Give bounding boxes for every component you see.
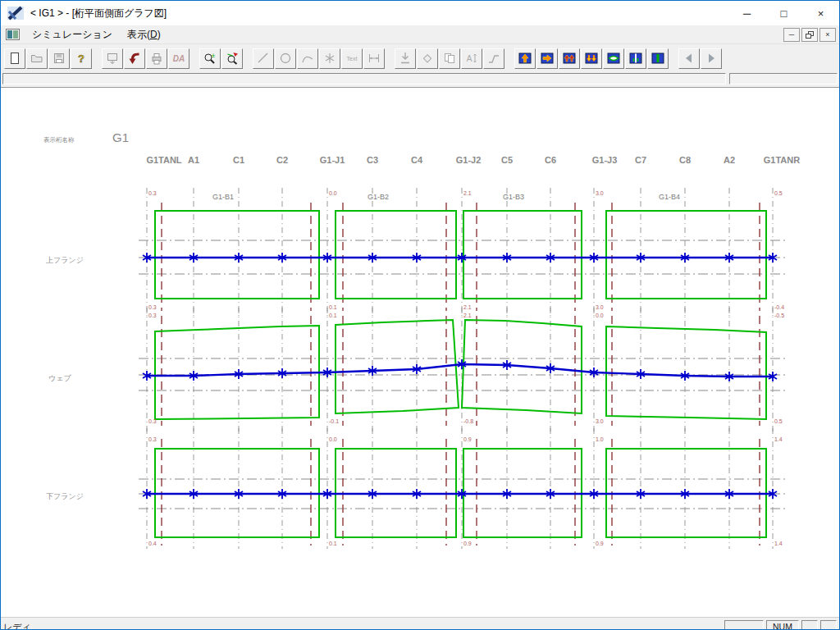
column-header: C1 xyxy=(233,155,244,165)
annotation-value: 0.9 xyxy=(463,436,472,442)
printer-icon xyxy=(150,52,163,65)
status-pane-3 xyxy=(820,620,837,630)
mdi-minimize-button[interactable]: ─ xyxy=(783,28,800,42)
toolbar-button-view-up[interactable] xyxy=(514,48,536,69)
view-span-icon xyxy=(629,52,642,65)
back-arrow-icon xyxy=(128,52,141,65)
row-label: 下フランジ xyxy=(46,492,84,500)
column-header: A1 xyxy=(188,155,199,165)
title-bar: < IG1 > - [桁平面側面グラフ図] ─ □ × xyxy=(1,1,839,25)
column-header: C2 xyxy=(276,155,288,165)
row-label: 上フランジ xyxy=(46,256,84,264)
toolbar-button-line[interactable] xyxy=(253,48,274,69)
zoom-select-icon xyxy=(226,52,239,65)
toolbar-button-print[interactable] xyxy=(146,48,167,69)
toolbar: ? DA ± Text A xyxy=(1,43,839,72)
toolbar-button-save[interactable] xyxy=(48,48,70,69)
column-header: G1-J2 xyxy=(456,155,482,165)
flange-outline xyxy=(463,211,582,299)
column-header: G1TANR xyxy=(764,155,800,165)
mdi-close-button[interactable]: × xyxy=(819,28,836,42)
save-icon xyxy=(52,52,66,65)
view-up-double-icon xyxy=(563,52,576,65)
toolbar-button-circle[interactable] xyxy=(275,48,296,69)
toolbar-button-capture[interactable] xyxy=(102,48,123,69)
info-strip-right xyxy=(729,73,838,84)
section-label: G1-B2 xyxy=(368,193,389,201)
toolbar-button-erase[interactable] xyxy=(417,48,438,69)
prev-arrow-icon xyxy=(682,52,696,65)
toolbar-button-text[interactable]: Text xyxy=(341,48,363,69)
annotation-value: 0.3 xyxy=(148,313,157,318)
menu-simulation[interactable]: シミュレーション xyxy=(25,27,120,43)
document-icon xyxy=(6,29,20,40)
next-arrow-icon xyxy=(705,52,718,65)
annotation-value: 0.9 xyxy=(596,541,604,546)
column-header: C3 xyxy=(367,155,378,165)
girder-name: G1 xyxy=(112,130,129,144)
maximize-button[interactable]: □ xyxy=(765,1,802,25)
section-label: G1-B4 xyxy=(659,193,680,201)
annotation-value: 0.0 xyxy=(596,313,604,318)
toolbar-button-next[interactable] xyxy=(701,48,722,69)
status-pane-num: NUM xyxy=(766,620,799,630)
annotation-value: 0.3 xyxy=(148,418,157,424)
view-down-double-icon xyxy=(585,52,598,65)
flange-outline xyxy=(336,211,456,299)
toolbar-button-view-span[interactable] xyxy=(625,48,646,69)
capture-icon xyxy=(106,52,119,65)
annotation-value: 0.5 xyxy=(774,190,783,196)
zoom-icon: ± xyxy=(203,52,217,65)
arc-icon xyxy=(301,52,314,65)
toolbar-button-arc[interactable] xyxy=(297,48,318,69)
edit-text-icon: A xyxy=(465,52,478,65)
annotation-value: 2.1 xyxy=(463,190,472,196)
menu-view-post: ) xyxy=(158,29,161,40)
minimize-button[interactable]: ─ xyxy=(728,1,765,25)
toolbar-button-da[interactable]: DA xyxy=(168,48,189,69)
annotation-value: -0.8 xyxy=(463,418,473,424)
section-label: G1-B1 xyxy=(212,193,234,201)
annotation-value: 0.1 xyxy=(329,313,337,318)
close-button[interactable]: × xyxy=(802,1,839,25)
view-right-icon xyxy=(541,52,554,65)
app-logo-icon xyxy=(7,6,24,21)
svg-text:A: A xyxy=(467,54,472,63)
open-folder-icon xyxy=(30,52,43,65)
toolbar-button-zoom-select[interactable] xyxy=(221,48,243,69)
toolbar-button-dimension[interactable] xyxy=(363,48,385,69)
toolbar-button-view-down-double[interactable] xyxy=(581,48,602,69)
annotation-value: 0.3 xyxy=(148,190,157,196)
annotation-value: -0.5 xyxy=(774,313,784,318)
toolbar-button-polyline[interactable] xyxy=(483,48,504,69)
toolbar-button-prev[interactable] xyxy=(678,48,700,69)
toolbar-button-view-up-double[interactable] xyxy=(559,48,580,69)
svg-text:Text: Text xyxy=(347,56,358,62)
new-document-icon xyxy=(8,52,21,65)
girder-side-view-canvas[interactable]: 表示桁名称G1G1TANLA1C1C2G1-J1C3C4G1-J2C5C6G1-… xyxy=(1,88,839,616)
window-title: < IG1 > - [桁平面側面グラフ図] xyxy=(30,7,728,21)
annotation-value: 0.3 xyxy=(148,304,157,310)
annotation-value: 1.4 xyxy=(774,541,783,546)
toolbar-button-open[interactable] xyxy=(26,48,48,69)
toolbar-button-help[interactable]: ? xyxy=(71,48,92,69)
annotation-value: 3.0 xyxy=(596,418,604,424)
toolbar-button-view-block[interactable] xyxy=(647,48,669,69)
mdi-restore-button[interactable] xyxy=(801,28,818,42)
annotation-value: 0.1 xyxy=(329,541,337,546)
copy-icon xyxy=(443,52,456,65)
toolbar-button-view-right[interactable] xyxy=(536,48,558,69)
annotation-value: 2.1 xyxy=(463,313,472,318)
toolbar-button-copy[interactable] xyxy=(439,48,460,69)
toolbar-button-view-section[interactable] xyxy=(603,48,624,69)
annotation-value: 1.4 xyxy=(774,436,783,442)
toolbar-button-edit-text[interactable]: A xyxy=(461,48,482,69)
toolbar-button-point[interactable] xyxy=(319,48,340,69)
insert-down-icon xyxy=(399,52,412,65)
toolbar-button-new[interactable] xyxy=(4,48,25,69)
toolbar-button-zoom[interactable]: ± xyxy=(199,48,221,69)
menu-view[interactable]: 表示(D) xyxy=(120,27,168,43)
toolbar-button-back[interactable] xyxy=(124,48,145,69)
toolbar-button-insert[interactable] xyxy=(395,48,416,69)
annotation-value: 0.1 xyxy=(329,304,337,310)
